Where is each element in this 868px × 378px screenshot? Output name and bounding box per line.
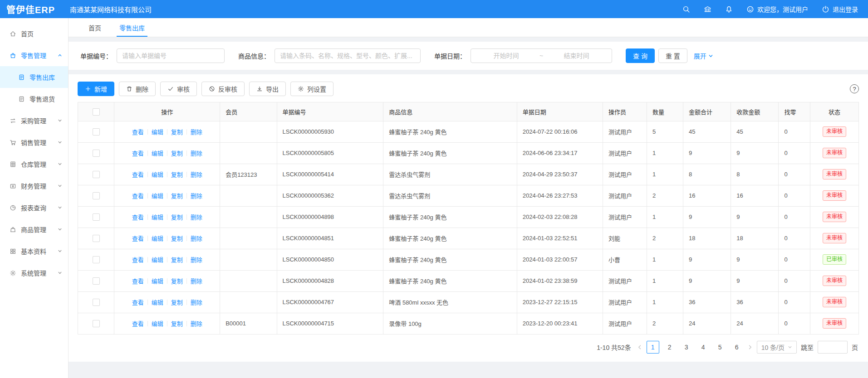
copy-link[interactable]: 复制 [171, 299, 183, 306]
edit-link[interactable]: 编辑 [152, 150, 163, 157]
edit-link[interactable]: 编辑 [152, 214, 163, 221]
copy-link[interactable]: 复制 [171, 150, 183, 157]
bill-no-input[interactable] [117, 48, 225, 63]
bank-icon[interactable] [704, 5, 711, 13]
delete-link[interactable]: 删除 [191, 257, 202, 263]
search-button[interactable]: 查 询 [626, 48, 655, 63]
sidebar-item-retail-outbound[interactable]: 零售出库 [0, 66, 68, 88]
sidebar-item-retail-return[interactable]: 零售退货 [0, 88, 68, 110]
edit-link[interactable]: 编辑 [152, 278, 163, 285]
delete-link[interactable]: 删除 [191, 320, 202, 327]
audit-button[interactable]: 审核 [160, 82, 197, 96]
reset-button[interactable]: 重 置 [658, 48, 687, 63]
logout-icon [822, 5, 829, 13]
edit-link[interactable]: 编辑 [152, 129, 163, 136]
page-button-1[interactable]: 1 [647, 341, 659, 354]
sidebar-item-home[interactable]: 首页 [0, 23, 68, 44]
view-link[interactable]: 查看 [132, 193, 144, 199]
help-icon[interactable]: ? [850, 84, 859, 93]
row-checkbox[interactable] [93, 192, 100, 199]
delete-link[interactable]: 删除 [191, 171, 202, 178]
view-link[interactable]: 查看 [132, 257, 144, 263]
view-link[interactable]: 查看 [132, 129, 144, 136]
copy-link[interactable]: 复制 [171, 320, 183, 327]
view-link[interactable]: 查看 [132, 235, 144, 242]
copy-link[interactable]: 复制 [171, 193, 183, 199]
delete-link[interactable]: 删除 [191, 235, 202, 242]
sidebar-item-goods-management[interactable]: 商品管理 [0, 218, 68, 240]
edit-link[interactable]: 编辑 [152, 235, 163, 242]
page-button-4[interactable]: 4 [697, 341, 710, 354]
row-checkbox[interactable] [93, 320, 100, 327]
next-page-button[interactable] [747, 344, 753, 350]
view-link[interactable]: 查看 [132, 278, 144, 285]
col-total: 金额合计 [683, 102, 731, 121]
bell-icon[interactable] [725, 5, 733, 13]
delete-link[interactable]: 删除 [191, 150, 202, 157]
edit-link[interactable]: 编辑 [152, 320, 163, 327]
add-button[interactable]: 新增 [78, 82, 114, 96]
edit-link[interactable]: 编辑 [152, 299, 163, 306]
date-end-input[interactable] [545, 52, 608, 59]
page-button-2[interactable]: 2 [663, 341, 676, 354]
delete-link[interactable]: 删除 [191, 299, 202, 306]
row-checkbox[interactable] [93, 171, 100, 178]
cell-member [220, 121, 277, 142]
product-info-input[interactable] [275, 48, 421, 63]
page-button-6[interactable]: 6 [731, 341, 743, 354]
view-link[interactable]: 查看 [132, 171, 144, 178]
search-icon[interactable] [682, 5, 690, 13]
prev-page-button[interactable] [637, 344, 642, 350]
row-checkbox[interactable] [93, 213, 100, 221]
page-button-5[interactable]: 5 [714, 341, 726, 354]
cell-member [220, 206, 277, 228]
export-button[interactable]: 导出 [249, 82, 286, 96]
view-link[interactable]: 查看 [132, 150, 144, 157]
row-checkbox[interactable] [93, 150, 100, 157]
sidebar-item-basic-data[interactable]: 基本资料 [0, 240, 68, 262]
copy-link[interactable]: 复制 [171, 129, 183, 136]
view-link[interactable]: 查看 [132, 320, 144, 327]
jump-to-input[interactable] [818, 341, 848, 354]
view-link[interactable]: 查看 [132, 299, 144, 306]
row-checkbox[interactable] [93, 235, 100, 242]
date-start-input[interactable] [475, 52, 538, 59]
unaudit-button[interactable]: 反审核 [201, 82, 245, 96]
delete-link[interactable]: 删除 [191, 214, 202, 221]
edit-link[interactable]: 编辑 [152, 257, 163, 263]
copy-link[interactable]: 复制 [171, 235, 183, 242]
page-size-select[interactable]: 10 条/页 [757, 341, 797, 354]
cell-bill-no: LSCK00000004898 [277, 206, 383, 228]
delete-link[interactable]: 删除 [191, 129, 202, 136]
copy-link[interactable]: 复制 [171, 171, 183, 178]
sidebar-item-sales-management[interactable]: 销售管理 [0, 131, 68, 153]
sidebar-item-warehouse-management[interactable]: 仓库管理 [0, 153, 68, 175]
welcome-user[interactable]: 欢迎您，测试用户 [746, 5, 808, 14]
copy-link[interactable]: 复制 [171, 257, 183, 263]
sidebar-item-purchase-management[interactable]: 采购管理 [0, 110, 68, 131]
row-checkbox[interactable] [93, 256, 100, 263]
sidebar-item-retail-management[interactable]: 零售管理 [0, 44, 68, 66]
tab-retail-outbound[interactable]: 零售出库 [110, 18, 154, 37]
select-all-checkbox[interactable] [93, 108, 100, 116]
delete-button[interactable]: 删除 [119, 82, 156, 96]
copy-link[interactable]: 复制 [171, 214, 183, 221]
date-range-picker[interactable]: ~ [471, 48, 612, 63]
delete-link[interactable]: 删除 [191, 193, 202, 199]
sidebar-item-report-query[interactable]: 报表查询 [0, 197, 68, 218]
row-checkbox[interactable] [93, 299, 100, 306]
copy-link[interactable]: 复制 [171, 278, 183, 285]
view-link[interactable]: 查看 [132, 214, 144, 221]
column-settings-button[interactable]: 列设置 [290, 82, 333, 96]
tab-home[interactable]: 首页 [79, 18, 110, 37]
row-checkbox[interactable] [93, 128, 100, 136]
edit-link[interactable]: 编辑 [152, 193, 163, 199]
expand-link[interactable]: 展开 [694, 51, 713, 60]
sidebar-item-finance-management[interactable]: 财务管理 [0, 175, 68, 197]
delete-link[interactable]: 删除 [191, 278, 202, 285]
logout-button[interactable]: 退出登录 [822, 5, 858, 14]
page-button-3[interactable]: 3 [680, 341, 693, 354]
row-checkbox[interactable] [93, 277, 100, 285]
edit-link[interactable]: 编辑 [152, 171, 163, 178]
sidebar-item-system-management[interactable]: 系统管理 [0, 262, 68, 284]
